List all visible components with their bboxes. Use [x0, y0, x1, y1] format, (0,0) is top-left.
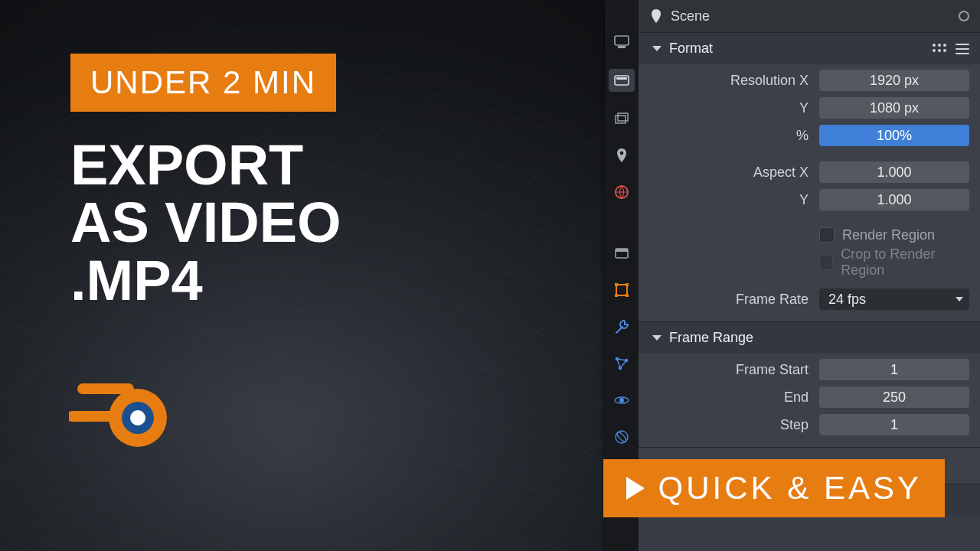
resolution-x-field[interactable]: 1920 px	[819, 70, 969, 91]
aspect-y-field[interactable]: 1.000	[819, 189, 969, 210]
frame-start-field[interactable]: 1	[819, 359, 969, 380]
frame-start-label: Frame Start	[649, 362, 812, 378]
chevron-down-icon	[652, 46, 662, 51]
svg-rect-17	[626, 294, 629, 297]
options-icon[interactable]	[956, 44, 969, 54]
title-line-1: EXPORT	[70, 136, 341, 194]
title-line-2: AS VIDEO	[70, 194, 341, 251]
blender-logo-icon	[69, 369, 168, 448]
frame-rate-label: Frame Rate	[649, 292, 812, 308]
frame-step-label: Step	[649, 417, 812, 433]
svg-rect-16	[615, 294, 618, 297]
panel-header-label: Scene	[671, 8, 710, 24]
svg-rect-8	[618, 113, 628, 121]
object-tab-icon[interactable]	[612, 280, 632, 300]
output-tab-icon[interactable]	[609, 69, 635, 92]
thumbnail-title: EXPORT AS VIDEO .MP4	[70, 136, 341, 309]
render-tab-icon[interactable]	[612, 32, 632, 52]
svg-point-2	[130, 410, 145, 425]
frame-step-field[interactable]: 1	[819, 414, 969, 435]
svg-rect-7	[616, 116, 626, 123]
render-region-label: Render Region	[842, 227, 935, 243]
svg-rect-5	[615, 76, 629, 85]
aspect-x-label: Aspect X	[649, 165, 812, 181]
panel-header: Scene	[639, 0, 980, 32]
modifier-tab-icon[interactable]	[612, 317, 632, 337]
section-frame-range-body: Frame Start 1 End 250 Step 1	[639, 354, 980, 447]
aspect-y-label: Y	[649, 192, 812, 208]
section-format-body: Resolution X 1920 px Y 1080 px % 100% As…	[639, 64, 980, 321]
pin-icon[interactable]	[959, 11, 969, 21]
resolution-y-field[interactable]: 1080 px	[819, 97, 969, 119]
view-layer-tab-icon[interactable]	[612, 109, 632, 129]
svg-rect-3	[615, 36, 629, 45]
chevron-down-icon	[652, 335, 662, 341]
crop-region-label: Crop to Render Region	[841, 246, 969, 279]
aspect-x-field[interactable]: 1.000	[819, 161, 969, 183]
frame-end-label: End	[649, 390, 812, 406]
scene-droplet-icon	[649, 8, 663, 24]
badge-quick-easy: QUICK & EASY	[603, 459, 945, 517]
svg-point-21	[619, 398, 624, 403]
resolution-y-label: Y	[649, 100, 812, 116]
svg-rect-15	[626, 283, 629, 286]
svg-rect-12	[616, 249, 628, 252]
badge-quick-easy-label: QUICK & EASY	[658, 470, 922, 507]
frame-end-field[interactable]: 250	[819, 386, 969, 408]
svg-rect-6	[616, 77, 627, 80]
svg-rect-4	[618, 46, 626, 48]
section-format-title: Format	[669, 41, 713, 57]
section-frame-range-title: Frame Range	[669, 330, 753, 346]
play-icon	[626, 477, 645, 500]
frame-rate-select[interactable]: 24 fps	[819, 289, 969, 310]
svg-rect-13	[616, 285, 627, 295]
presets-icon[interactable]	[933, 44, 948, 54]
svg-rect-14	[615, 283, 618, 286]
section-frame-range-header[interactable]: Frame Range	[639, 321, 980, 354]
collection-tab-icon[interactable]	[612, 243, 632, 263]
particles-tab-icon[interactable]	[612, 354, 632, 373]
render-region-checkbox[interactable]	[819, 227, 835, 243]
physics-tab-icon[interactable]	[612, 390, 632, 410]
resolution-pct-label: %	[649, 128, 812, 144]
badge-under-2-min: UNDER 2 MIN	[70, 54, 336, 112]
crop-region-checkbox[interactable]	[819, 255, 833, 270]
svg-point-9	[620, 152, 624, 155]
resolution-pct-field[interactable]: 100%	[819, 125, 969, 146]
constraints-tab-icon[interactable]	[612, 427, 632, 447]
section-format-header[interactable]: Format	[639, 32, 980, 64]
title-line-3: .MP4	[70, 252, 341, 309]
resolution-x-label: Resolution X	[649, 73, 812, 89]
world-tab-icon[interactable]	[612, 182, 632, 202]
scene-tab-icon[interactable]	[612, 145, 632, 165]
